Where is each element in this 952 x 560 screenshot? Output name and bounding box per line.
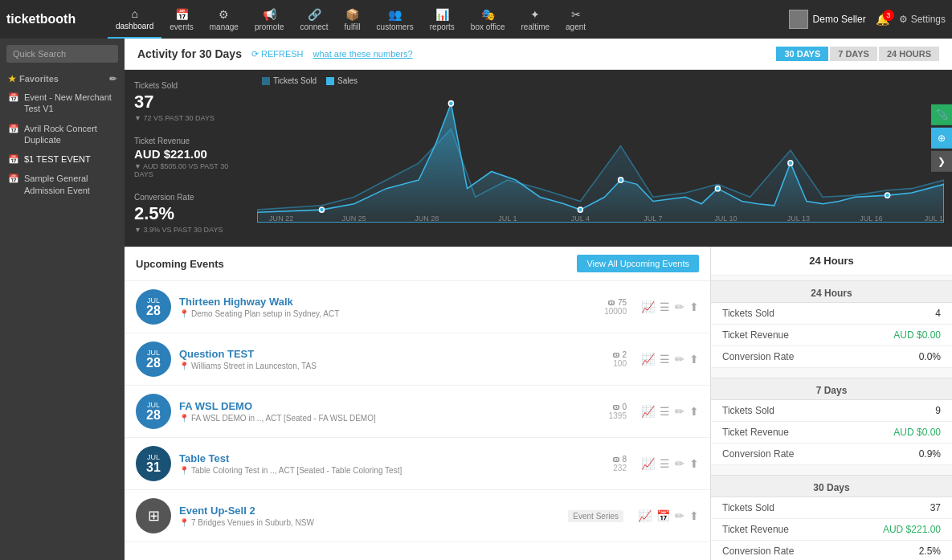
event-name[interactable]: Event Up-Sell 2 bbox=[179, 505, 560, 517]
event-name[interactable]: FA WSL DEMO bbox=[179, 400, 601, 412]
event-row: Jul 28 FA WSL DEMO 📍 FA WSL DEMO in .., … bbox=[125, 386, 710, 438]
settings-button[interactable]: ⚙ Settings bbox=[899, 14, 946, 25]
float-button-1[interactable]: 📎 bbox=[931, 104, 952, 125]
nav-fulfill[interactable]: 📦 fulfill bbox=[337, 0, 369, 39]
calendar-icon: 📅 bbox=[8, 154, 19, 165]
svg-text:JUL 4: JUL 4 bbox=[571, 215, 590, 223]
period-30-days[interactable]: 30 DAYS bbox=[776, 47, 828, 61]
pin-icon: 📍 bbox=[179, 309, 189, 318]
conversion-stat: Conversion Rate 2.5% ▼ 3.9% VS PAST 30 D… bbox=[134, 193, 239, 234]
legend-sales: Sales bbox=[326, 76, 358, 85]
upcoming-title: Upcoming Events bbox=[136, 258, 224, 270]
top-nav: ticketbooth ⌂ dashboard 📅 events ⚙ manag… bbox=[0, 0, 952, 39]
sidebar-item-event-1[interactable]: 📅 Event - New Merchant Test V1 bbox=[0, 88, 125, 119]
activity-header: Activity for 30 Days ⟳ REFRESH what are … bbox=[125, 39, 952, 70]
stats-row: Ticket Revenue AUD $221.00 bbox=[711, 519, 952, 541]
nav-realtime[interactable]: ✦ realtime bbox=[513, 0, 558, 39]
event-actions: 📈 ☰ ✏ ⬆ bbox=[641, 405, 699, 418]
calendar-action-icon[interactable]: 📅 bbox=[656, 509, 670, 522]
favorites-header[interactable]: ★Favorites ✏ bbox=[8, 74, 116, 84]
stats-row: Ticket Revenue AUD $0.00 bbox=[711, 422, 952, 444]
event-actions: 📈 ☰ ✏ ⬆ bbox=[641, 353, 699, 366]
period-7-days[interactable]: 7 DAYS bbox=[830, 47, 877, 61]
notifications-button[interactable]: 🔔 3 bbox=[876, 13, 889, 26]
view-all-button[interactable]: View All Upcoming Events bbox=[577, 255, 699, 272]
chart-action-icon[interactable]: 📈 bbox=[638, 509, 652, 522]
event-actions: 📈 ☰ ✏ ⬆ bbox=[641, 457, 699, 470]
pin-icon: 📍 bbox=[179, 518, 189, 527]
period-24-hours[interactable]: 24 HOURS bbox=[879, 47, 939, 61]
nav-dashboard[interactable]: ⌂ dashboard bbox=[108, 0, 161, 39]
event-row: Jul 28 Question TEST 📍 Williams Street i… bbox=[125, 333, 710, 386]
event-actions: 📈 ☰ ✏ ⬆ bbox=[641, 300, 699, 313]
nav-reports[interactable]: 📊 reports bbox=[422, 0, 463, 39]
edit-action-icon[interactable]: ✏ bbox=[675, 405, 684, 418]
upload-action-icon[interactable]: ⬆ bbox=[689, 509, 699, 522]
content: Activity for 30 Days ⟳ REFRESH what are … bbox=[125, 39, 952, 560]
nav-agent[interactable]: ✂ agent bbox=[558, 0, 594, 39]
activity-title: Activity for 30 Days bbox=[137, 47, 242, 60]
chart-action-icon[interactable]: 📈 bbox=[641, 353, 655, 366]
star-icon: ★ bbox=[8, 74, 16, 84]
list-action-icon[interactable]: ☰ bbox=[660, 405, 670, 418]
edit-action-icon[interactable]: ✏ bbox=[675, 509, 684, 522]
sidebar-item-event-2[interactable]: 📅 Avril Rock Concert Duplicate bbox=[0, 119, 125, 150]
upload-action-icon[interactable]: ⬆ bbox=[689, 353, 699, 366]
what-numbers-link[interactable]: what are these numbers? bbox=[313, 49, 413, 59]
bottom-row: Upcoming Events View All Upcoming Events… bbox=[125, 247, 952, 560]
float-button-3[interactable]: ❯ bbox=[931, 151, 952, 172]
list-action-icon[interactable]: ☰ bbox=[660, 300, 670, 313]
nav-manage[interactable]: ⚙ manage bbox=[202, 0, 247, 39]
stats-panel: Tickets Sold 37 ▼ 72 VS PAST 30 DAYS Tic… bbox=[125, 70, 249, 247]
event-info: Thirteen Highway Walk 📍 Demo Seating Pla… bbox=[179, 296, 596, 318]
nav-items: ⌂ dashboard 📅 events ⚙ manage 📢 promote … bbox=[108, 0, 789, 39]
svg-point-2 bbox=[578, 207, 582, 212]
nav-events[interactable]: 📅 events bbox=[161, 0, 201, 39]
user-info: Demo Seller bbox=[789, 10, 866, 29]
upload-action-icon[interactable]: ⬆ bbox=[689, 405, 699, 418]
event-location: 📍 Williams Street in Launceston, TAS bbox=[179, 362, 604, 370]
event-name[interactable]: Table Test bbox=[179, 452, 604, 464]
series-badge: Event Series bbox=[568, 510, 623, 522]
upload-action-icon[interactable]: ⬆ bbox=[689, 300, 699, 313]
event-name[interactable]: Thirteen Highway Walk bbox=[179, 296, 596, 308]
stats-row: Conversion Rate 0.0% bbox=[711, 346, 952, 368]
event-date-badge: Jul 31 bbox=[136, 446, 171, 481]
nav-box-office[interactable]: 🎭 box office bbox=[463, 0, 513, 39]
refresh-button[interactable]: ⟳ REFRESH bbox=[251, 49, 304, 59]
fulfill-icon: 📦 bbox=[345, 8, 359, 21]
list-action-icon[interactable]: ☰ bbox=[660, 457, 670, 470]
dashboard-icon: ⌂ bbox=[131, 7, 137, 20]
list-action-icon[interactable]: ☰ bbox=[660, 353, 670, 366]
chart-action-icon[interactable]: 📈 bbox=[641, 300, 655, 313]
event-row: Jul 28 Thirteen Highway Walk 📍 Demo Seat… bbox=[125, 281, 710, 333]
stats-row: Tickets Sold 37 bbox=[711, 497, 952, 519]
search-input[interactable] bbox=[6, 45, 118, 63]
edit-action-icon[interactable]: ✏ bbox=[675, 353, 684, 366]
nav-customers[interactable]: 👥 customers bbox=[369, 0, 422, 39]
nav-promote[interactable]: 📢 promote bbox=[247, 0, 292, 39]
sidebar-item-event-3[interactable]: 📅 $1 TEST EVENT bbox=[0, 149, 125, 169]
chart-area: Tickets Sold Sales bbox=[249, 70, 952, 247]
float-button-2[interactable]: ⊕ bbox=[931, 128, 952, 149]
edit-icon[interactable]: ✏ bbox=[109, 74, 116, 84]
svg-point-4 bbox=[715, 186, 720, 190]
stats-side-header: 24 Hours bbox=[711, 247, 952, 276]
chart-action-icon[interactable]: 📈 bbox=[641, 457, 655, 470]
stats-row: Tickets Sold 9 bbox=[711, 400, 952, 422]
edit-action-icon[interactable]: ✏ bbox=[675, 457, 684, 470]
stats-row: Conversion Rate 2.5% bbox=[711, 541, 952, 560]
stats-side: 24 Hours 24 Hours Tickets Sold 4 Ticket … bbox=[711, 247, 952, 560]
stats-row: Ticket Revenue AUD $0.00 bbox=[711, 325, 952, 346]
edit-action-icon[interactable]: ✏ bbox=[675, 300, 684, 313]
svg-text:JUL 16: JUL 16 bbox=[860, 215, 882, 223]
pin-icon: 📍 bbox=[179, 414, 189, 423]
chart-action-icon[interactable]: 📈 bbox=[641, 405, 655, 418]
revenue-stat: Ticket Revenue AUD $221.00 ▼ AUD $505.00… bbox=[134, 137, 239, 178]
chart-legend: Tickets Sold Sales bbox=[262, 76, 358, 85]
sidebar-item-event-4[interactable]: 📅 Sample General Admission Event bbox=[0, 169, 125, 200]
event-name[interactable]: Question TEST bbox=[179, 348, 604, 360]
nav-connect[interactable]: 🔗 connect bbox=[292, 0, 337, 39]
svg-text:JUN 28: JUN 28 bbox=[415, 215, 439, 223]
upload-action-icon[interactable]: ⬆ bbox=[689, 457, 699, 470]
